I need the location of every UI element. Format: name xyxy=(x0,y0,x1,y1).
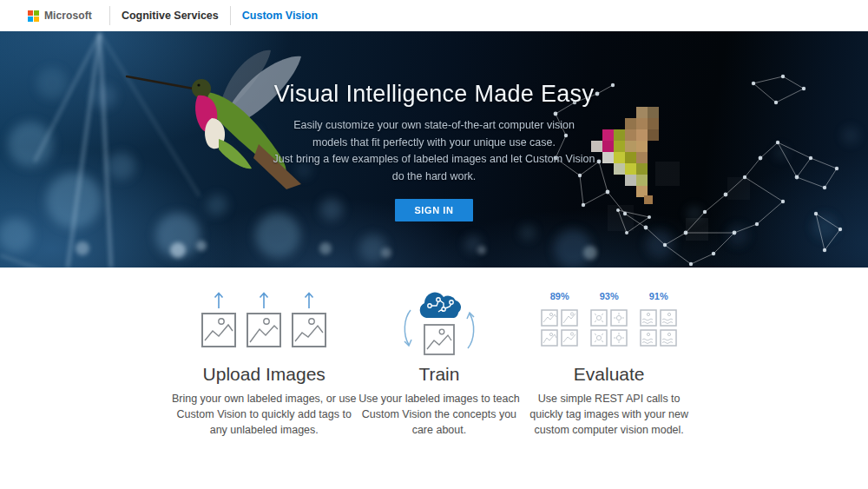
sign-in-button[interactable]: SIGN IN xyxy=(395,199,472,221)
nav-divider xyxy=(230,6,231,25)
image-icon xyxy=(247,312,281,347)
image-icon xyxy=(561,329,578,347)
cycle-arrow-right-icon xyxy=(465,307,477,352)
nav-divider xyxy=(109,6,110,25)
image-icon xyxy=(424,324,455,355)
feature-title-upload: Upload Images xyxy=(171,364,357,385)
feature-desc-train: Use your labeled images to teach Custom … xyxy=(357,391,521,438)
upload-icons xyxy=(171,291,357,354)
image-icon xyxy=(201,312,236,347)
microsoft-logo[interactable]: Microsoft xyxy=(28,10,92,22)
upload-image-item xyxy=(201,291,236,347)
train-icons xyxy=(357,291,521,354)
score-badge: 89% xyxy=(541,291,578,301)
feature-title-evaluate: Evaluate xyxy=(521,364,697,385)
score-badge: 93% xyxy=(590,291,628,301)
feature-desc-upload: Bring your own labeled images, or use Cu… xyxy=(171,391,357,438)
hero-subtitle-line: do the hard work. xyxy=(0,169,868,186)
arrow-up-icon xyxy=(214,291,224,309)
hero-subtitle-line: models that fit perfectly with your uniq… xyxy=(0,135,868,152)
image-icon xyxy=(292,312,326,347)
arrow-up-icon xyxy=(304,291,314,309)
evaluate-group-mountain: 89% xyxy=(541,291,578,347)
microsoft-logo-label: Microsoft xyxy=(44,10,92,22)
upload-image-item xyxy=(247,291,281,347)
microsoft-logo-icon xyxy=(28,10,39,22)
waves-icon xyxy=(660,329,677,347)
image-icon xyxy=(561,309,578,327)
evaluate-group-waves: 91% xyxy=(640,291,677,347)
feature-evaluate: 89% 93% 91% xyxy=(521,291,697,438)
waves-icon xyxy=(640,309,657,327)
image-icon xyxy=(541,329,558,347)
sun-icon xyxy=(590,309,608,327)
cycle-arrow-left-icon xyxy=(401,307,413,352)
feature-desc-evaluate: Use simple REST API calls to quickly tag… xyxy=(521,391,697,438)
waves-icon xyxy=(640,329,657,347)
feature-title-train: Train xyxy=(357,364,521,385)
bokeh-bright xyxy=(76,241,597,260)
evaluate-icons: 89% 93% 91% xyxy=(521,291,697,354)
hero-section: Visual Intelligence Made Easy Easily cus… xyxy=(0,31,868,268)
score-badge: 91% xyxy=(640,291,677,301)
hero-title: Visual Intelligence Made Easy xyxy=(0,81,868,108)
sun-icon xyxy=(590,329,608,347)
brain-cloud-icon xyxy=(417,291,462,320)
hero-copy: Visual Intelligence Made Easy Easily cus… xyxy=(0,31,868,221)
sun-icon xyxy=(610,329,628,347)
waves-icon xyxy=(660,309,677,327)
hero-subtitle-line: Just bring a few examples of labeled ima… xyxy=(0,151,868,169)
evaluate-group-sun: 93% xyxy=(590,291,628,347)
hero-subtitle: Easily customize your own state-of-the-a… xyxy=(0,117,868,185)
features-section: Upload Images Bring your own labeled ima… xyxy=(171,268,697,438)
nav-link-custom-vision[interactable]: Custom Vision xyxy=(242,10,318,22)
hero-subtitle-line: Easily customize your own state-of-the-a… xyxy=(0,117,868,135)
upload-image-item xyxy=(292,291,326,347)
feature-upload: Upload Images Bring your own labeled ima… xyxy=(171,291,357,438)
top-nav: Microsoft Cognitive Services Custom Visi… xyxy=(0,0,868,31)
nav-link-cognitive-services[interactable]: Cognitive Services xyxy=(122,10,219,22)
sun-icon xyxy=(610,309,628,327)
image-icon xyxy=(541,309,558,327)
feature-train: Train Use your labeled images to teach C… xyxy=(357,291,521,438)
arrow-up-icon xyxy=(259,291,269,309)
